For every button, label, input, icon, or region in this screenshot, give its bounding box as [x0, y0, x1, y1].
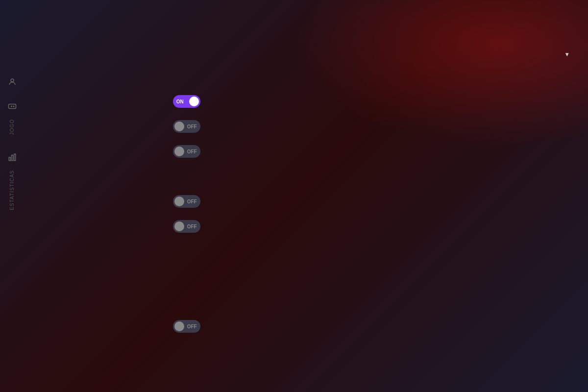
toggle-off[interactable]: OFF: [173, 120, 200, 133]
toggle-off[interactable]: OFF: [173, 220, 200, 233]
svg-point-0: [11, 79, 14, 82]
svg-rect-4: [11, 155, 13, 161]
toggle-off[interactable]: OFF: [173, 320, 200, 333]
svg-rect-3: [9, 157, 10, 161]
sidebar-item-stats[interactable]: [3, 148, 21, 166]
toggle-on[interactable]: ON: [173, 95, 200, 108]
sidebar-item-game[interactable]: [3, 98, 21, 115]
svg-point-2: [13, 106, 14, 107]
toggle-off[interactable]: OFF: [173, 195, 200, 208]
svg-rect-5: [14, 154, 15, 161]
sidebar-jogo-label: Jogo: [9, 119, 15, 135]
play-caret-icon: ▾: [565, 51, 568, 58]
toggle-off[interactable]: OFF: [173, 145, 200, 158]
sidebar-item-user[interactable]: [3, 73, 21, 91]
sidebar-stats-label: Estatísticas: [9, 170, 15, 210]
